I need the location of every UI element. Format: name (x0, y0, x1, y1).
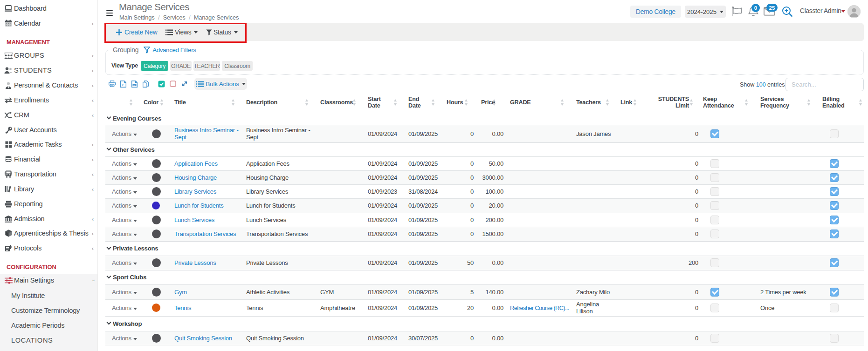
svg-text:x: x (122, 83, 124, 86)
svg-text:csv: csv (133, 84, 135, 86)
